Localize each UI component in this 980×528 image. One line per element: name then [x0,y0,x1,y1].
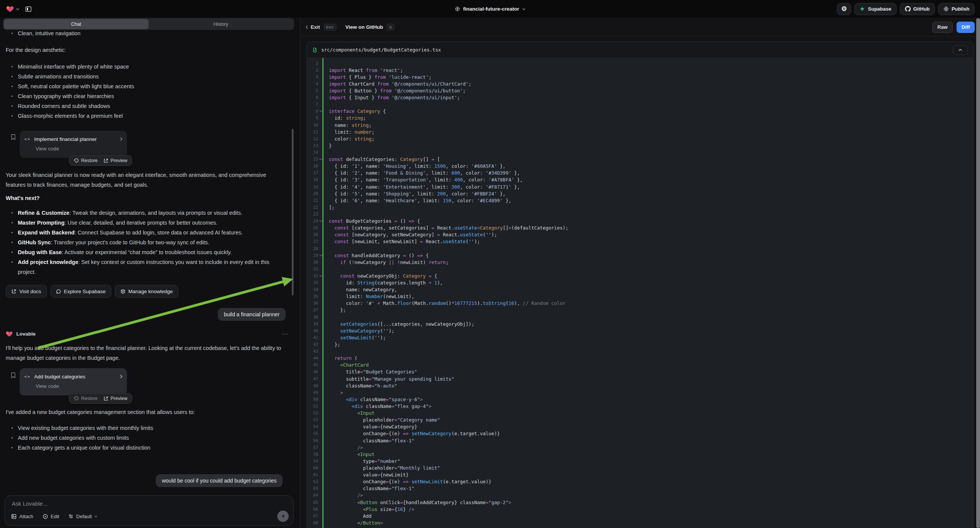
code-text: placeholder="Category name" [323,417,440,423]
view-code-link[interactable]: View code [24,383,123,389]
bullet-text: Add new budget categories with custom li… [18,433,129,443]
project-title: financial-future-creator [463,6,519,12]
list-item: Master Prompting: Use clear, detailed, a… [6,218,286,227]
code-line: 51 <div className="flex gap-4"> [307,402,973,409]
preview-button[interactable]: Preview [103,158,127,163]
bookmark-icon[interactable] [10,372,17,379]
code-line: 40 setNewCategory(''); [307,327,973,334]
code-line: 68 </Button> [307,519,973,526]
window-scrollbar-thumb[interactable] [976,18,980,528]
code-toolbar: Exit esc View on GitHub G Raw Diff [301,18,980,37]
chat-scrollbar[interactable] [292,129,294,296]
bullet-icon [11,427,13,429]
settings-button[interactable]: ⚙ [837,3,851,15]
mode-selector[interactable]: Default [68,514,97,519]
tab-chat[interactable]: Chat [4,19,148,29]
bullet-text: Glass-morphic elements for a premium fee… [18,111,123,121]
view-on-github-link[interactable]: View on GitHub [345,24,383,30]
code-text: title="Budget Categories" [323,369,417,375]
github-button[interactable]: GitHub [900,3,935,15]
code-line: 45 <ChartCard [307,362,973,369]
bullet-icon [11,232,13,233]
external-link-icon [103,396,108,401]
code-line: 25 const [categories, setCategories] = R… [307,224,973,231]
project-switcher[interactable]: financial-future-creator [455,6,526,12]
code-line: 1 [307,60,973,67]
preview-button[interactable]: Preview [103,396,127,401]
line-number: 28 [307,246,318,251]
visit-docs-button[interactable]: Visit docs [6,285,47,298]
attach-button[interactable]: Attach [11,514,33,519]
publish-button[interactable]: Publish [938,3,975,15]
line-number: 35 [307,294,318,299]
bullet-icon [11,115,13,117]
manage-knowledge-button[interactable]: Manage knowledge [115,285,178,298]
message-menu-button[interactable]: ⋯ [282,330,289,337]
code-text: <Plus size={16} /> [323,506,414,512]
code-line: 56 className="flex-1" [307,437,973,444]
raw-toggle-button[interactable]: Raw [932,22,953,33]
line-number: 21 [307,198,318,203]
line-number: 53 [307,417,318,422]
bullet-icon [11,105,13,107]
list-item: Refine & Customize: Tweak the design, an… [6,208,286,218]
sidebar-toggle-button[interactable] [25,5,32,13]
line-number: 30 [307,260,318,265]
line-number: 1 [307,61,318,66]
code-line: 47 subtitle="Manage your spending limits… [307,375,973,382]
edit-mode-button[interactable]: Edit [43,514,59,519]
bookmark-icon[interactable] [10,134,17,140]
file-header[interactable]: src/components/budget/BudgetCategories.t… [307,42,973,58]
code-text: className="flex-1" [323,485,414,491]
bullet-text: View existing budget categories with the… [18,423,153,433]
bullet-text: Refine & Customize: Tweak the design, an… [18,208,242,218]
bullet-icon [11,437,13,439]
supabase-button[interactable]: Supabase [854,3,896,15]
line-number: 36 [307,301,318,306]
code-line: 41 setNewLimit(''); [307,334,973,341]
code-line: 6import { Input } from '@/components/ui/… [307,94,973,101]
line-number: 14 [307,150,318,155]
code-line: 61 value={newLimit} [307,472,973,479]
gear-icon: ⚙ [842,5,847,13]
code-line: 60 placeholder="Monthly limit" [307,464,973,471]
code-line: 66 <Plus size={16} /> [307,506,973,512]
bullet-icon [11,242,13,243]
collapse-file-button[interactable] [953,45,968,55]
code-text: const [newCategory, setNewCategory] = Re… [323,232,497,237]
list-item: Soft, neutral color palette with light b… [6,81,288,91]
github-label: GitHub [913,6,930,12]
version-actions: Restore Preview [69,155,132,166]
esc-kbd-hint: esc [324,24,336,30]
chat-input[interactable] [12,500,239,507]
line-number: 64 [307,493,318,498]
version-card-add-budget-categories[interactable]: <> Add budget categories View code [20,368,127,396]
bullet-icon [11,66,13,67]
chevron-up-icon [958,49,962,51]
code-line: 67 Add [307,512,973,519]
line-number: 11 [307,130,318,134]
lovable-logo-menu[interactable] [6,5,19,13]
diff-added-bar [322,58,323,528]
send-button[interactable] [277,511,289,522]
line-number: 62 [307,479,318,484]
restore-button[interactable]: Restore [74,396,98,401]
assistant-ready-text: Your sleek financial planner is now read… [6,170,282,190]
tab-history[interactable]: History [148,19,293,29]
exit-label: Exit [311,24,320,30]
line-number: 7 [307,102,318,107]
manage-knowledge-label: Manage knowledge [129,289,173,294]
diff-toggle-button[interactable]: Diff [956,22,975,33]
chat-history-tabs: Chat History [3,18,294,30]
code-text: onChange={(e) => setNewCategory(e.target… [323,431,500,436]
exit-button[interactable]: Exit [306,24,320,30]
restore-button[interactable]: Restore [74,158,98,163]
bullet-text: GitHub Sync: Transfer your project's cod… [18,237,210,247]
app-window: financial-future-creator ⚙ Supabase GitH… [0,0,980,528]
version-card-implement-financial-planner[interactable]: <> Implement financial planner View code [20,131,127,158]
code-line: 29 const handleAddCategory = () => { [307,252,973,259]
line-number: 3 [307,75,318,80]
view-code-link[interactable]: View code [24,146,123,151]
explore-supabase-button[interactable]: Explore Supabase [50,285,111,298]
code-text: color: '#' + Math.floor(Math.random()*16… [323,301,566,306]
